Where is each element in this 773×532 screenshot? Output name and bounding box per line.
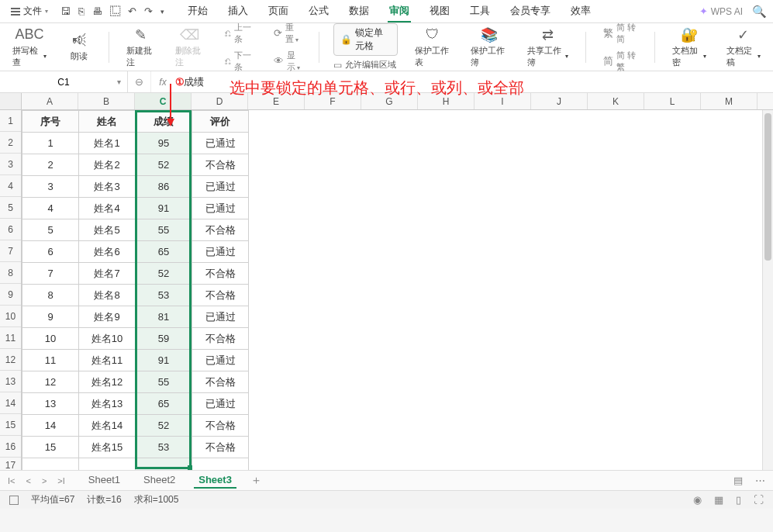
col-header-A[interactable]: A xyxy=(22,93,78,109)
menu-tab-8[interactable]: 会员专享 xyxy=(509,1,552,22)
cell[interactable]: 姓名8 xyxy=(79,285,136,306)
cell[interactable]: 姓名2 xyxy=(79,154,136,176)
cells-area[interactable]: 序号姓名成绩评价1姓名195已通过2姓名252不合格3姓名386已通过4姓名49… xyxy=(22,110,773,470)
chevron-down-icon[interactable]: ▾ xyxy=(117,78,121,86)
cell[interactable]: 1 xyxy=(22,133,79,154)
name-box-input[interactable] xyxy=(33,77,95,88)
row-header-4[interactable]: 4 xyxy=(0,175,21,197)
sheet-first-icon[interactable]: I< xyxy=(8,476,15,485)
chevron-down-icon[interactable]: ▾ xyxy=(160,8,164,16)
cell[interactable]: 5 xyxy=(22,219,79,241)
share-book-button[interactable]: ⇄ 共享工作簿 xyxy=(524,25,571,70)
cell[interactable] xyxy=(192,458,249,471)
cell[interactable]: 65 xyxy=(136,241,192,263)
cell[interactable]: 姓名1 xyxy=(79,133,136,154)
menu-tab-4[interactable]: 数据 xyxy=(347,1,371,22)
sheet-tab-Sheet2[interactable]: Sheet2 xyxy=(139,472,180,489)
allow-edit-button[interactable]: ▭ 允许编辑区域 xyxy=(333,59,397,71)
cell[interactable]: 12 xyxy=(22,371,79,393)
redo-icon[interactable]: ↷ xyxy=(144,5,153,17)
select-all-corner[interactable] xyxy=(0,93,22,110)
scrollbar-thumb[interactable] xyxy=(764,113,771,261)
undo-icon[interactable]: ↶ xyxy=(128,5,136,17)
row-header-9[interactable]: 9 xyxy=(0,284,21,306)
row-header-8[interactable]: 8 xyxy=(0,262,21,284)
read-aloud-button[interactable]: 🕬 朗读 xyxy=(64,30,95,64)
cell[interactable] xyxy=(79,458,136,471)
save-icon[interactable]: 🖫 xyxy=(60,5,71,17)
menu-tab-2[interactable]: 页面 xyxy=(267,1,290,22)
cell[interactable]: 59 xyxy=(136,328,192,350)
sheet-last-icon[interactable]: >I xyxy=(57,476,64,485)
search-icon[interactable]: 🔍 xyxy=(752,5,767,19)
cell[interactable]: 姓名12 xyxy=(79,371,136,393)
cell[interactable]: 已通过 xyxy=(192,133,249,154)
new-comment-button[interactable]: ✎ 新建批注 xyxy=(123,25,158,70)
cell[interactable]: 姓名10 xyxy=(79,328,136,350)
cell[interactable]: 已通过 xyxy=(192,241,249,263)
row-header-13[interactable]: 13 xyxy=(0,371,21,392)
protect-sheet-button[interactable]: 🛡 保护工作表 xyxy=(412,25,454,70)
vertical-scrollbar[interactable] xyxy=(762,110,773,470)
row-header-11[interactable]: 11 xyxy=(0,327,21,349)
sheet-next-icon[interactable]: > xyxy=(42,476,47,485)
cell[interactable]: 65 xyxy=(136,393,192,415)
sheet-prev-icon[interactable]: < xyxy=(26,476,30,485)
wps-ai-button[interactable]: ✦ WPS AI xyxy=(699,5,743,17)
menu-tab-0[interactable]: 开始 xyxy=(186,1,209,22)
link-icon[interactable]: ⎘ xyxy=(78,5,85,17)
cell[interactable]: 姓名11 xyxy=(79,350,136,371)
row-header-1[interactable]: 1 xyxy=(0,110,21,132)
protect-book-button[interactable]: 📚 保护工作簿 xyxy=(468,25,510,70)
row-header-2[interactable]: 2 xyxy=(0,132,21,154)
file-menu[interactable]: 文件 ▾ xyxy=(6,3,53,19)
selection-mode-icon[interactable] xyxy=(9,496,19,505)
lock-cell-button[interactable]: 🔒 锁定单元格 xyxy=(333,23,397,56)
fullscreen-icon[interactable]: ⛶ xyxy=(754,494,764,506)
row-header-17[interactable]: 17 xyxy=(0,458,21,470)
add-sheet-button[interactable]: ＋ xyxy=(250,473,262,488)
cell[interactable]: 52 xyxy=(136,263,192,285)
row-header-14[interactable]: 14 xyxy=(0,392,21,414)
eye-icon[interactable]: ◉ xyxy=(693,494,702,506)
row-header-10[interactable]: 10 xyxy=(0,306,21,327)
cell[interactable] xyxy=(136,458,192,471)
sheet-tab-Sheet3[interactable]: Sheet3 xyxy=(194,472,236,489)
cell[interactable]: 姓名9 xyxy=(79,306,136,328)
prev-comment-button[interactable]: ⎌上一条 xyxy=(222,21,257,46)
cell[interactable]: 已通过 xyxy=(192,350,249,371)
cell[interactable]: 8 xyxy=(22,285,79,306)
encrypt-button[interactable]: 🔐 文档加密 xyxy=(669,25,709,70)
row-header-12[interactable]: 12 xyxy=(0,349,21,371)
cell[interactable]: 2 xyxy=(22,154,79,176)
row-header-5[interactable]: 5 xyxy=(0,197,21,219)
header-cell[interactable]: 姓名 xyxy=(79,111,136,133)
cell[interactable]: 不合格 xyxy=(192,263,249,285)
spellcheck-button[interactable]: ABC 拼写检查 xyxy=(9,25,50,70)
cell[interactable]: 4 xyxy=(22,198,79,219)
cell[interactable]: 姓名4 xyxy=(79,198,136,219)
row-header-6[interactable]: 6 xyxy=(0,219,21,240)
cell[interactable]: 15 xyxy=(22,437,79,458)
col-header-C[interactable]: C xyxy=(135,93,192,109)
col-header-K[interactable]: K xyxy=(588,93,644,109)
col-header-M[interactable]: M xyxy=(701,93,757,109)
cell[interactable]: 86 xyxy=(136,176,192,198)
cell[interactable]: 10 xyxy=(22,328,79,350)
header-cell[interactable]: 评价 xyxy=(192,111,249,133)
cell[interactable]: 52 xyxy=(136,415,192,437)
sheet-list-icon[interactable]: ▤ xyxy=(733,475,743,486)
row-header-16[interactable]: 16 xyxy=(0,436,21,458)
cell[interactable]: 姓名3 xyxy=(79,176,136,198)
col-header-L[interactable]: L xyxy=(644,93,701,109)
menu-tab-7[interactable]: 工具 xyxy=(468,1,492,22)
preview-icon[interactable]: ⿺ xyxy=(110,5,120,17)
cell[interactable]: 53 xyxy=(136,285,192,306)
cell[interactable]: 6 xyxy=(22,241,79,263)
cell[interactable]: 91 xyxy=(136,350,192,371)
cell[interactable]: 13 xyxy=(22,393,79,415)
cell[interactable]: 不合格 xyxy=(192,371,249,393)
cell[interactable]: 81 xyxy=(136,306,192,328)
show-button[interactable]: 👁显示 xyxy=(271,49,305,74)
spreadsheet-grid[interactable]: ABCDEFGHIJKLM 1234567891011121314151617 … xyxy=(0,93,773,470)
